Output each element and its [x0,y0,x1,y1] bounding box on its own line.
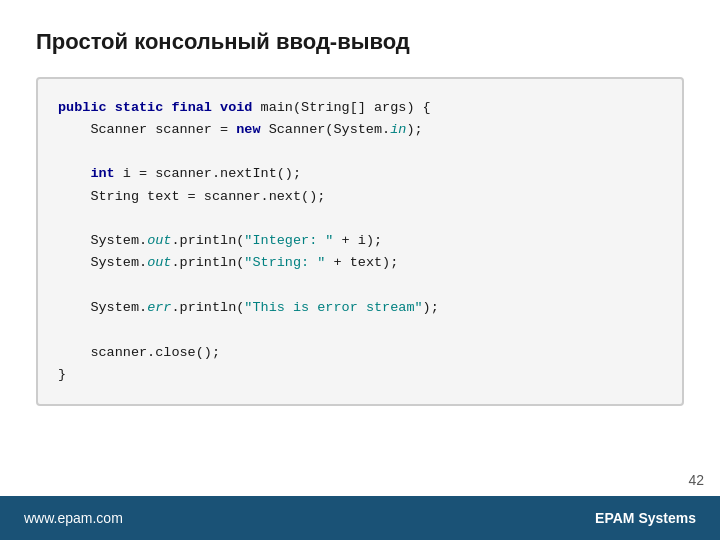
code-line-4: int i = scanner.nextInt(); [58,163,662,185]
code-line-8: System.out.println("String: " + text); [58,252,662,274]
code-block: public static final void main(String[] a… [36,77,684,406]
slide-title: Простой консольный ввод-вывод [36,28,684,57]
code-line-10: System.err.println("This is error stream… [58,297,662,319]
code-line-5: String text = scanner.next(); [58,186,662,208]
footer-company: EPAM Systems [595,510,696,526]
page-number: 42 [688,472,704,488]
footer-url: www.epam.com [24,510,123,526]
footer: www.epam.com EPAM Systems [0,496,720,540]
code-line-6 [58,208,662,230]
code-line-1: public static final void main(String[] a… [58,97,662,119]
code-line-2: Scanner scanner = new Scanner(System.in)… [58,119,662,141]
slide-content: Простой консольный ввод-вывод public sta… [0,0,720,496]
slide: Простой консольный ввод-вывод public sta… [0,0,720,540]
code-line-13: } [58,364,662,386]
code-line-12: scanner.close(); [58,342,662,364]
code-line-9 [58,275,662,297]
code-line-3 [58,141,662,163]
code-line-11 [58,319,662,341]
code-line-7: System.out.println("Integer: " + i); [58,230,662,252]
